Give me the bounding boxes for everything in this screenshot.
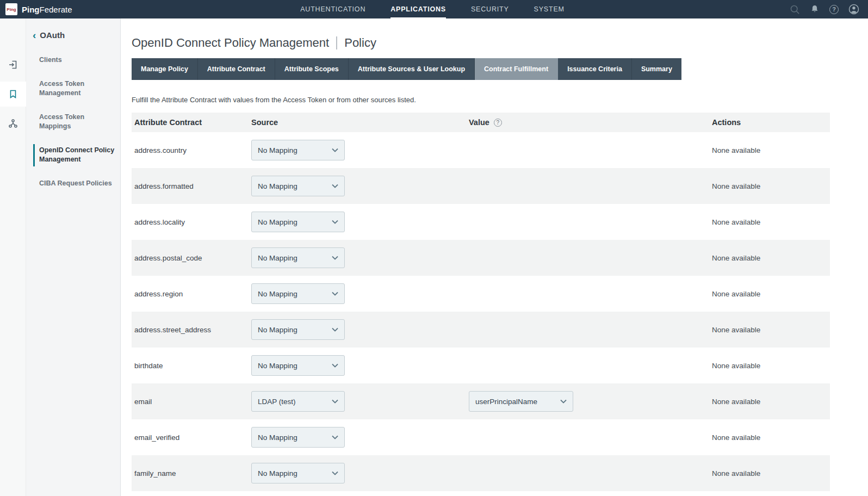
actions-text: None available: [712, 182, 760, 190]
source-select[interactable]: No Mapping: [251, 355, 345, 376]
top-nav: AUTHENTICATION APPLICATIONS SECURITY SYS…: [136, 0, 729, 18]
applications-icon[interactable]: [0, 82, 26, 107]
source-select-label: No Mapping: [258, 362, 297, 370]
sidebar-item-openid-connect-policy-management[interactable]: OpenID Connect Policy Management: [26, 139, 120, 172]
tab-contract-fulfillment[interactable]: Contract Fulfillment: [475, 58, 558, 80]
sidebar-item-ciba-request-policies[interactable]: CIBA Request Policies: [26, 172, 120, 196]
source-select[interactable]: No Mapping: [251, 176, 345, 196]
sidebar-back-label: OAuth: [40, 30, 65, 40]
source-select-label: No Mapping: [258, 218, 297, 226]
attribute-name: email_verified: [134, 433, 179, 442]
header-value: Value ?: [466, 118, 709, 127]
table-row: address.region No Mapping None available: [132, 276, 830, 312]
value-help-icon[interactable]: ?: [494, 119, 502, 127]
tab-attribute-sources-user-lookup[interactable]: Attribute Sources & User Lookup: [349, 58, 475, 80]
chevron-down-icon: [332, 363, 338, 368]
source-select-label: No Mapping: [258, 290, 297, 298]
nav-system[interactable]: SYSTEM: [534, 0, 565, 18]
header-actions: Actions: [709, 118, 830, 127]
chevron-left-icon: ‹: [33, 32, 36, 39]
help-icon[interactable]: ?: [829, 5, 839, 14]
brand: Ping PingFederate: [5, 3, 136, 15]
value-select[interactable]: userPrincipalName: [469, 391, 573, 412]
tab-attribute-scopes[interactable]: Attribute Scopes: [275, 58, 349, 80]
source-select[interactable]: No Mapping: [251, 427, 345, 448]
authentication-icon[interactable]: [0, 52, 26, 77]
actions-text: None available: [712, 254, 760, 262]
table-row: family_name No Mapping None available: [132, 455, 830, 491]
topbar-icons: ?: [729, 4, 859, 15]
fulfillment-table: Attribute Contract Source Value ? Action…: [132, 113, 830, 491]
actions-text: None available: [712, 218, 760, 226]
source-select-label: No Mapping: [258, 433, 297, 442]
source-select[interactable]: No Mapping: [251, 319, 345, 340]
source-select[interactable]: No Mapping: [251, 283, 345, 304]
actions-text: None available: [712, 433, 760, 442]
security-icon[interactable]: [0, 111, 26, 136]
chevron-down-icon: [332, 399, 338, 404]
table-header: Attribute Contract Source Value ? Action…: [132, 113, 830, 132]
search-icon[interactable]: [790, 4, 800, 15]
nav-security[interactable]: SECURITY: [471, 0, 509, 18]
chevron-down-icon: [560, 399, 567, 404]
table-body: address.country No Mapping None availabl…: [132, 132, 830, 491]
source-select[interactable]: No Mapping: [251, 212, 345, 232]
header-value-label: Value: [469, 118, 489, 127]
source-select[interactable]: No Mapping: [251, 140, 345, 160]
source-select[interactable]: No Mapping: [251, 463, 345, 483]
title-divider: [336, 36, 337, 49]
attribute-name: address.region: [134, 290, 183, 298]
source-select-label: No Mapping: [258, 326, 297, 334]
source-select-label: No Mapping: [258, 469, 297, 478]
source-select[interactable]: LDAP (test): [251, 391, 345, 412]
source-select[interactable]: No Mapping: [251, 247, 345, 268]
tab-bar: Manage Policy Attribute Contract Attribu…: [132, 58, 681, 80]
table-row: address.formatted No Mapping None availa…: [132, 168, 830, 204]
tab-issuance-criteria[interactable]: Issuance Criteria: [558, 58, 632, 80]
page-title-main: OpenID Connect Policy Management: [132, 36, 329, 50]
attribute-name: address.formatted: [134, 182, 194, 190]
table-row: address.street_address No Mapping None a…: [132, 312, 830, 348]
attribute-name: address.country: [134, 146, 187, 154]
tab-attribute-contract[interactable]: Attribute Contract: [198, 58, 275, 80]
actions-text: None available: [712, 398, 760, 406]
source-select-label: No Mapping: [258, 146, 297, 154]
icon-rail: [0, 18, 26, 496]
actions-text: None available: [712, 362, 760, 370]
chevron-down-icon: [332, 184, 338, 188]
sidebar-item-access-token-management[interactable]: Access Token Management: [26, 72, 120, 106]
tab-manage-policy[interactable]: Manage Policy: [132, 58, 198, 80]
chevron-down-icon: [332, 292, 338, 296]
table-row: email_verified No Mapping None available: [132, 419, 830, 455]
account-icon[interactable]: [848, 4, 859, 15]
attribute-name: address.postal_code: [134, 254, 202, 262]
chevron-down-icon: [332, 256, 338, 260]
table-row: address.postal_code No Mapping None avai…: [132, 240, 830, 276]
brand-ping: Ping: [22, 5, 40, 14]
source-select-label: No Mapping: [258, 182, 297, 190]
topbar: Ping PingFederate AUTHENTICATION APPLICA…: [0, 0, 868, 18]
chevron-down-icon: [332, 327, 338, 332]
chevron-down-icon: [332, 471, 338, 475]
chevron-down-icon: [332, 435, 338, 439]
table-row: email LDAP (test) userPrincipalName None…: [132, 383, 830, 419]
brand-text: PingFederate: [22, 5, 72, 14]
table-row: address.locality No Mapping None availab…: [132, 204, 830, 240]
notifications-bell-icon[interactable]: [810, 4, 820, 14]
nav-applications[interactable]: APPLICATIONS: [390, 0, 446, 18]
nav-authentication[interactable]: AUTHENTICATION: [300, 0, 365, 18]
page-title-sub: Policy: [344, 36, 376, 50]
attribute-name: address.locality: [134, 218, 185, 226]
table-row: address.country No Mapping None availabl…: [132, 132, 830, 168]
main-content: OpenID Connect Policy Management Policy …: [121, 18, 868, 496]
tab-summary[interactable]: Summary: [632, 58, 681, 80]
actions-text: None available: [712, 326, 760, 334]
sidebar-item-access-token-mappings[interactable]: Access Token Mappings: [26, 106, 120, 139]
ping-logo-icon: Ping: [5, 3, 17, 15]
app-window: Ping PingFederate AUTHENTICATION APPLICA…: [0, 0, 868, 496]
attribute-name: family_name: [134, 469, 176, 478]
actions-text: None available: [712, 469, 760, 478]
sidebar-back-oauth[interactable]: ‹ OAuth: [26, 30, 120, 48]
sidebar: ‹ OAuth Clients Access Token Management …: [26, 18, 121, 496]
sidebar-item-clients[interactable]: Clients: [26, 48, 120, 72]
